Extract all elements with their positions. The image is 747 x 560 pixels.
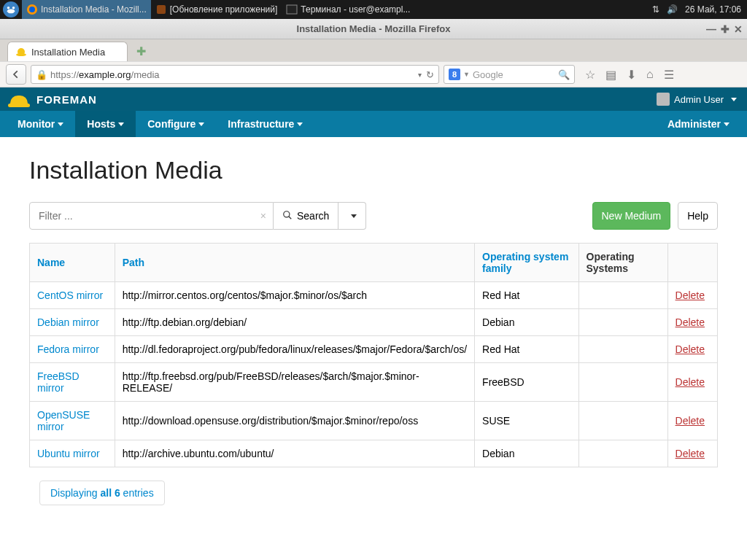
path-cell: http://download.opensuse.org/distributio… [115, 402, 474, 440]
new-medium-button[interactable]: New Medium [592, 202, 671, 230]
pagination-info: Displaying all 6 entries [39, 481, 165, 505]
delete-link[interactable]: Delete [676, 343, 705, 355]
new-tab-button[interactable]: ✚ [132, 42, 150, 61]
window-minimize-button[interactable]: — [706, 24, 716, 34]
path-cell: http://ftp.debian.org/debian/ [115, 309, 474, 336]
svg-point-4 [29, 7, 35, 12]
download-icon[interactable]: ⬇ [627, 68, 636, 82]
search-button[interactable]: Search [274, 202, 338, 230]
user-name: Admin User [674, 94, 724, 105]
reader-icon[interactable]: ▤ [605, 68, 616, 82]
medium-link[interactable]: Ubuntu mirror [37, 448, 100, 459]
window-maximize-button[interactable]: ✚ [721, 24, 729, 34]
table-row: Debian mirrorhttp://ftp.debian.org/debia… [30, 309, 718, 336]
delete-link[interactable]: Delete [676, 448, 705, 459]
medium-link[interactable]: Debian mirror [37, 316, 99, 328]
clock[interactable]: 26 Май, 17:06 [685, 4, 741, 15]
os-cell [578, 336, 667, 363]
taskbar-item[interactable]: [Обновление приложений] [151, 0, 282, 19]
svg-rect-5 [157, 5, 166, 14]
media-table: Name Path Operating system family Operat… [29, 243, 718, 467]
svg-point-1 [12, 7, 15, 9]
col-path[interactable]: Path [123, 257, 144, 268]
nav-monitor[interactable]: Monitor [6, 111, 75, 137]
col-name[interactable]: Name [37, 257, 65, 268]
path-cell: http://mirror.centos.org/centos/$major.$… [115, 282, 474, 309]
medium-link[interactable]: CentOS mirror [37, 289, 103, 301]
medium-link[interactable]: OpenSUSE mirror [37, 409, 90, 432]
url-scheme: https:// [50, 69, 79, 80]
reload-icon[interactable]: ↻ [426, 69, 434, 80]
family-cell: SUSE [475, 402, 578, 440]
window-title-text: Installation Media - Mozilla Firefox [297, 23, 451, 34]
taskbar-item[interactable]: Installation Media - Mozill... [22, 0, 151, 19]
filter-input[interactable] [29, 202, 274, 230]
help-button[interactable]: Help [678, 202, 718, 230]
foreman-favicon-icon [15, 46, 27, 58]
window-titlebar: Installation Media - Mozilla Firefox — ✚… [0, 19, 747, 39]
search-engine-box[interactable]: 8 ▼ Google 🔍 [444, 65, 575, 84]
updater-icon [155, 4, 167, 15]
table-row: OpenSUSE mirrorhttp://download.opensuse.… [30, 402, 718, 440]
user-menu[interactable]: Admin User [657, 93, 737, 106]
family-cell: Debian [475, 309, 578, 336]
family-cell: Red Hat [475, 282, 578, 309]
browser-tab[interactable]: Installation Media [7, 42, 128, 61]
os-cell [578, 363, 667, 402]
dropdown-history-icon[interactable]: ▾ [418, 71, 422, 79]
google-icon: 8 [449, 69, 460, 80]
network-icon[interactable]: ⇅ [652, 4, 659, 15]
os-cell [578, 440, 667, 467]
nav-configure[interactable]: Configure [136, 111, 216, 137]
search-dropdown-button[interactable] [338, 202, 366, 230]
bookmark-star-icon[interactable]: ☆ [585, 68, 595, 82]
search-placeholder: Google [473, 69, 503, 80]
home-icon[interactable]: ⌂ [646, 68, 654, 81]
app-header: FOREMAN Admin User [0, 88, 747, 111]
toolbar: × Search New Medium Help [29, 202, 718, 230]
delete-link[interactable]: Delete [676, 376, 705, 388]
medium-link[interactable]: FreeBSD mirror [37, 370, 80, 394]
search-icon[interactable]: 🔍 [558, 69, 570, 80]
medium-link[interactable]: Fedora mirror [37, 343, 99, 355]
brand-text: FOREMAN [36, 93, 97, 106]
svg-line-10 [289, 216, 292, 219]
os-cell [578, 309, 667, 336]
table-row: FreeBSD mirrorhttp://ftp.freebsd.org/pub… [30, 363, 718, 402]
volume-icon[interactable]: 🔊 [667, 4, 678, 15]
path-cell: http://archive.ubuntu.com/ubuntu/ [115, 440, 474, 467]
chevron-down-icon [351, 214, 357, 218]
chevron-down-icon [731, 98, 737, 101]
url-host: example.org [79, 69, 131, 80]
terminal-icon [286, 4, 298, 15]
svg-point-9 [284, 211, 290, 217]
delete-link[interactable]: Delete [676, 415, 705, 427]
nav-infrastructure[interactable]: Infrastructure [216, 111, 314, 137]
back-button[interactable] [6, 64, 26, 85]
avatar-icon [657, 93, 670, 106]
col-os-family[interactable]: Operating system family [482, 251, 568, 274]
svg-point-0 [7, 7, 10, 9]
table-row: Ubuntu mirrorhttp://archive.ubuntu.com/u… [30, 440, 718, 467]
delete-link[interactable]: Delete [676, 289, 705, 301]
nav-hosts[interactable]: Hosts [75, 111, 136, 137]
nav-administer[interactable]: Administer [656, 111, 741, 137]
xfce-menu-icon[interactable] [3, 1, 19, 18]
foreman-logo-icon [10, 91, 29, 107]
col-actions [667, 244, 717, 282]
taskbar-label: Терминал - user@exampl... [301, 4, 410, 15]
url-bar[interactable]: 🔒 https://example.org/media ▾ ↻ [31, 65, 439, 84]
taskbar-label: [Обновление приложений] [170, 4, 278, 15]
window-close-button[interactable]: ✕ [734, 24, 743, 34]
browser-tab-strip: Installation Media ✚ [0, 39, 747, 61]
delete-link[interactable]: Delete [676, 316, 705, 328]
family-cell: Red Hat [475, 336, 578, 363]
os-cell [578, 282, 667, 309]
taskbar-label: Installation Media - Mozill... [41, 4, 147, 15]
family-cell: Debian [475, 440, 578, 467]
table-row: CentOS mirrorhttp://mirror.centos.org/ce… [30, 282, 718, 309]
taskbar-item[interactable]: Терминал - user@exampl... [282, 0, 414, 19]
menu-icon[interactable]: ☰ [664, 68, 674, 82]
clear-filter-icon[interactable]: × [260, 210, 266, 222]
family-cell: FreeBSD [475, 363, 578, 402]
